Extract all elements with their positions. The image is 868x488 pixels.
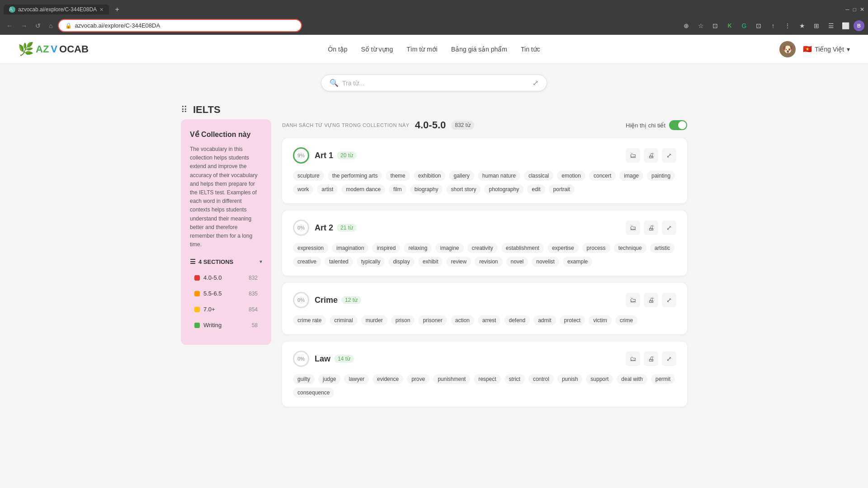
user-avatar[interactable]: 🐶 <box>779 41 796 57</box>
forward-button[interactable]: → <box>18 20 30 31</box>
minimize-button[interactable]: ─ <box>845 6 849 13</box>
tag-typically[interactable]: typically <box>357 257 385 267</box>
tag-exhibition[interactable]: exhibition <box>414 171 446 181</box>
tag-artist[interactable]: artist <box>317 184 338 194</box>
tag-crime-rate[interactable]: crime rate <box>293 315 326 325</box>
share-button-art1[interactable]: ⤢ <box>662 148 676 163</box>
tag-human-nature[interactable]: human nature <box>478 171 520 181</box>
tag-sculpture[interactable]: sculpture <box>293 171 324 181</box>
tag-arrest[interactable]: arrest <box>478 315 501 325</box>
tag-prisoner[interactable]: prisoner <box>418 315 447 325</box>
nav-tin-tuc[interactable]: Tin tức <box>521 46 540 53</box>
tag-artistic[interactable]: artistic <box>650 243 675 253</box>
tab-close-button[interactable]: ✕ <box>99 7 104 13</box>
tag-novelist[interactable]: novelist <box>532 257 559 267</box>
nav-bang-gia[interactable]: Bảng giá sản phẩm <box>451 46 507 53</box>
search-input[interactable] <box>342 80 529 87</box>
section-item-4-5[interactable]: 4.0-5.0 832 <box>190 271 262 285</box>
close-window-button[interactable]: ✕ <box>860 6 864 13</box>
tag-photography[interactable]: photography <box>484 184 524 194</box>
print-button-art2[interactable]: 🖨 <box>644 221 658 235</box>
tag-performing-arts[interactable]: the performing arts <box>328 171 382 181</box>
nav-so-tu-vung[interactable]: Số từ vựng <box>361 46 393 53</box>
tag-judge[interactable]: judge <box>318 374 340 384</box>
save-button-art1[interactable]: 🗂 <box>626 148 640 163</box>
logo[interactable]: 🌿 AZ V OCAB <box>18 42 89 56</box>
tag-punish[interactable]: punish <box>557 374 582 384</box>
share-button-crime[interactable]: ⤢ <box>662 293 676 307</box>
section-item-5-6[interactable]: 5.5-6.5 835 <box>190 286 262 300</box>
tag-short-story[interactable]: short story <box>446 184 481 194</box>
tag-revision[interactable]: revision <box>475 257 502 267</box>
tag-evidence[interactable]: evidence <box>373 374 403 384</box>
back-button[interactable]: ← <box>4 20 15 31</box>
tag-expression[interactable]: expression <box>293 243 328 253</box>
tag-strict[interactable]: strict <box>505 374 525 384</box>
sidebar-toggle[interactable]: ☰ <box>825 19 837 32</box>
tag-example[interactable]: example <box>563 257 592 267</box>
print-button-crime[interactable]: 🖨 <box>644 293 658 307</box>
tag-respect[interactable]: respect <box>474 374 500 384</box>
tag-painting[interactable]: painting <box>647 171 675 181</box>
nav-tim-tu-moi[interactable]: Tìm từ mới <box>406 46 438 53</box>
tag-novel[interactable]: novel <box>506 257 528 267</box>
save-button-crime[interactable]: 🗂 <box>626 293 640 307</box>
tag-crime[interactable]: crime <box>615 315 637 325</box>
tag-establishment[interactable]: establishment <box>501 243 544 253</box>
tag-criminal[interactable]: criminal <box>330 315 357 325</box>
tag-film[interactable]: film <box>389 184 406 194</box>
ext-icon-2[interactable]: ↑ <box>767 19 779 32</box>
tag-support[interactable]: support <box>586 374 613 384</box>
tag-review[interactable]: review <box>446 257 471 267</box>
tag-guilty[interactable]: guilty <box>293 374 315 384</box>
tag-portrait[interactable]: portrait <box>549 184 575 194</box>
kaspersky-icon[interactable]: K <box>723 19 736 32</box>
refresh-button[interactable]: ↺ <box>33 20 43 31</box>
home-button[interactable]: ⌂ <box>46 20 55 31</box>
star-icon[interactable]: ☆ <box>694 19 707 32</box>
tag-relaxing[interactable]: relaxing <box>404 243 432 253</box>
tag-deal-with[interactable]: deal with <box>617 374 647 384</box>
tag-permit[interactable]: permit <box>651 374 675 384</box>
tag-image[interactable]: image <box>619 171 643 181</box>
share-button-art2[interactable]: ⤢ <box>662 221 676 235</box>
split-view-icon[interactable]: ⬜ <box>839 19 852 32</box>
tag-biography[interactable]: biography <box>410 184 443 194</box>
tag-victim[interactable]: victim <box>589 315 612 325</box>
tag-modern-dance[interactable]: modern dance <box>341 184 385 194</box>
browser-tab[interactable]: A azvocab.ai/explore/C-344E08DA ✕ <box>4 5 109 14</box>
save-button-law[interactable]: 🗂 <box>626 352 640 366</box>
new-tab-button[interactable]: + <box>112 4 123 15</box>
section-item-7[interactable]: 7.0+ 854 <box>190 302 262 316</box>
tag-emotion[interactable]: emotion <box>557 171 585 181</box>
tag-process[interactable]: process <box>582 243 610 253</box>
address-bar[interactable]: 🔒 azvocab.ai/explore/C-344E08DA <box>58 19 302 32</box>
tag-defend[interactable]: defend <box>504 315 530 325</box>
share-icon[interactable]: ⤢ <box>533 79 538 87</box>
tag-consequence[interactable]: consequence <box>293 388 334 398</box>
tag-admit[interactable]: admit <box>533 315 556 325</box>
tag-prison[interactable]: prison <box>391 315 415 325</box>
tag-creativity[interactable]: creativity <box>467 243 498 253</box>
chevron-icon[interactable]: ▾ <box>259 258 262 265</box>
tag-protect[interactable]: protect <box>560 315 585 325</box>
tag-exhibit[interactable]: exhibit <box>418 257 443 267</box>
extensions-icon[interactable]: ⊡ <box>709 19 722 32</box>
tag-work[interactable]: work <box>293 184 313 194</box>
settings-icon[interactable]: ⋮ <box>781 19 794 32</box>
save-button-art2[interactable]: 🗂 <box>626 221 640 235</box>
tag-classical[interactable]: classical <box>524 171 553 181</box>
tag-technique[interactable]: technique <box>614 243 646 253</box>
grammarly-icon[interactable]: G <box>738 19 750 32</box>
print-button-art1[interactable]: 🖨 <box>644 148 658 163</box>
tag-gallery[interactable]: gallery <box>449 171 474 181</box>
tag-imagination[interactable]: imagination <box>332 243 368 253</box>
nav-on-tap[interactable]: Ôn tập <box>328 46 347 53</box>
tag-control[interactable]: control <box>528 374 554 384</box>
print-button-law[interactable]: 🖨 <box>644 352 658 366</box>
tag-display[interactable]: display <box>388 257 414 267</box>
language-selector[interactable]: 🇻🇳 Tiếng Việt ▾ <box>803 45 850 53</box>
share-button-law[interactable]: ⤢ <box>662 352 676 366</box>
tag-lawyer[interactable]: lawyer <box>344 374 369 384</box>
tag-imagine[interactable]: imagine <box>435 243 463 253</box>
